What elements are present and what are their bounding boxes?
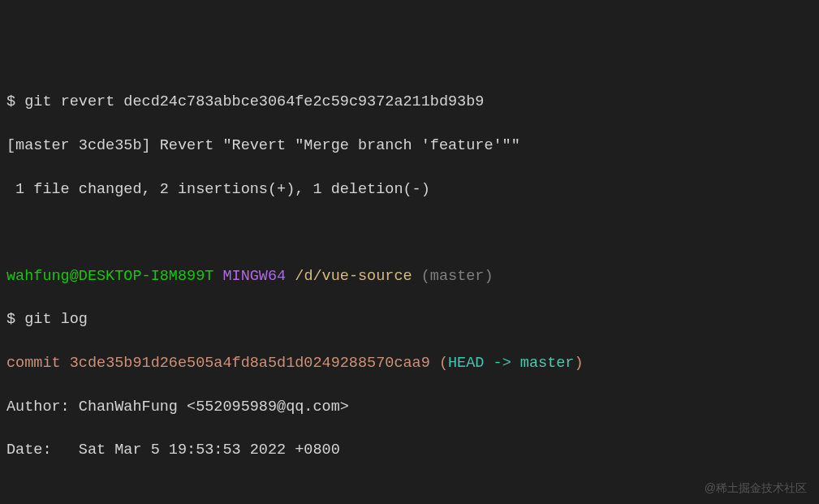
- git-log-command: git log: [24, 311, 88, 328]
- branch-indicator: (master): [421, 268, 494, 285]
- blank-line: [6, 484, 813, 504]
- output-line-2: 1 file changed, 2 insertions(+), 1 delet…: [6, 179, 813, 201]
- author-line: Author: ChanWahFung <552095989@qq.com>: [6, 397, 813, 419]
- commit-hash: 3cde35b91d26e505a4fd8a5d1d0249288570caa9: [70, 355, 439, 372]
- watermark: @稀土掘金技术社区: [705, 480, 807, 496]
- command-line-1: $ git revert decd24c783abbce3064fe2c59c9…: [6, 92, 813, 114]
- paren-open: (: [439, 355, 448, 372]
- blank-line: [6, 222, 813, 244]
- commit-header-1: commit 3cde35b91d26e505a4fd8a5d1d0249288…: [6, 353, 813, 375]
- date-line: Date: Sat Mar 5 19:53:53 2022 +0800: [6, 440, 813, 462]
- shell-name: MINGW64: [222, 268, 295, 285]
- command-line-2: $ git log: [6, 309, 813, 331]
- branch-name: master: [520, 355, 575, 372]
- prompt-symbol: $: [6, 93, 24, 110]
- user-host: wahfung@DESKTOP-I8M899T: [6, 268, 222, 285]
- git-revert-command: git revert decd24c783abbce3064fe2c59c937…: [24, 93, 484, 110]
- head-ref: HEAD ->: [448, 355, 520, 372]
- paren-close: ): [574, 355, 583, 372]
- prompt-line: wahfung@DESKTOP-I8M899T MINGW64 /d/vue-s…: [6, 266, 813, 288]
- prompt-symbol: $: [6, 311, 24, 328]
- commit-prefix: commit: [6, 355, 70, 372]
- output-line-1: [master 3cde35b] Revert "Revert "Merge b…: [6, 136, 813, 157]
- path: /d/vue-source: [295, 268, 420, 285]
